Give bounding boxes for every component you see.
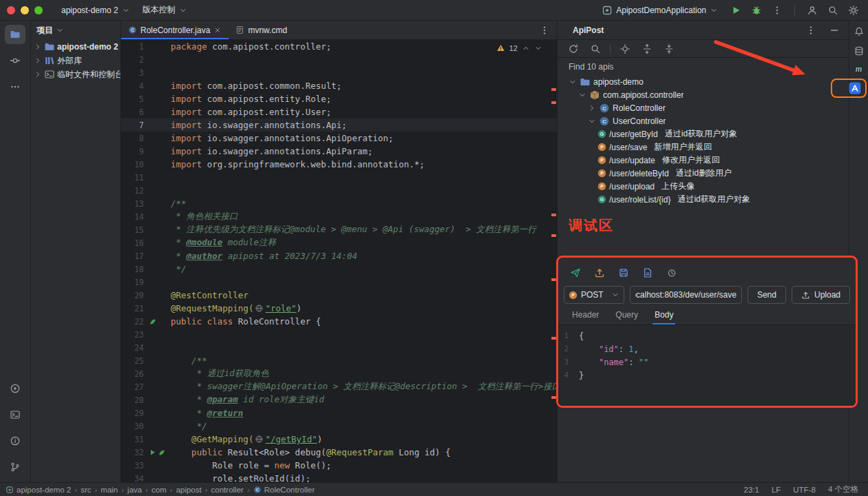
code-line[interactable]: 4import com.apipost.common.Result;: [121, 79, 557, 92]
collapse-all-button[interactable]: [661, 41, 677, 56]
send-button[interactable]: Send: [748, 286, 786, 304]
git-tool-button[interactable]: [5, 457, 25, 477]
api-tree-node[interactable]: CRoleController: [558, 101, 849, 114]
indent-widget[interactable]: 4 个空格: [828, 484, 858, 495]
body-line[interactable]: 1{: [558, 329, 856, 342]
send-quick-button[interactable]: [568, 265, 583, 280]
previous-warning-icon[interactable]: [522, 44, 530, 52]
refresh-apis-button[interactable]: [566, 41, 581, 56]
warning-stripe-mark[interactable]: [551, 396, 556, 399]
mapping-inlay-icon[interactable]: [255, 435, 264, 444]
code-line[interactable]: 14 * 角色相关接口: [121, 210, 557, 223]
warning-stripe-mark[interactable]: [551, 214, 556, 216]
url-input[interactable]: localhost:8083/dev/user/save: [630, 286, 742, 304]
breadcrumb-item[interactable]: CRoleController: [253, 486, 315, 494]
code-line[interactable]: 5import com.apipost.entity.Role;: [121, 92, 557, 105]
search-apis-button[interactable]: [588, 41, 603, 56]
panel-options-button[interactable]: [803, 23, 818, 38]
code-line[interactable]: 13/**: [121, 197, 557, 210]
project-tree-item[interactable]: 临时文件和控制台: [31, 68, 120, 81]
upload-button[interactable]: Upload: [792, 286, 850, 304]
database-tool-button[interactable]: [854, 45, 865, 56]
body-editor[interactable]: 1{2 "id": 1,3 "name": ""4}: [558, 324, 856, 406]
code-line[interactable]: 1package com.apipost.controller;: [121, 40, 557, 53]
save-request-button[interactable]: [616, 265, 631, 280]
history-button[interactable]: [664, 265, 679, 280]
warning-stripe-mark[interactable]: [551, 88, 556, 91]
code-line[interactable]: 10import org.springframework.web.bind.an…: [121, 158, 557, 171]
chevron-down-icon[interactable]: [588, 117, 596, 125]
breadcrumb-item[interactable]: com: [151, 486, 167, 494]
api-endpoint-item[interactable]: G/user/roleList/{id}通过id获取用户对象: [558, 193, 849, 206]
chevron-right-icon[interactable]: [588, 104, 596, 112]
code-line[interactable]: 28 * @param id role对象主键id: [121, 393, 557, 406]
code-line[interactable]: 23: [121, 328, 557, 341]
spring-bean-icon[interactable]: [149, 318, 157, 326]
window-zoom-button[interactable]: [34, 6, 43, 14]
locate-api-button[interactable]: [617, 41, 633, 56]
code-line[interactable]: 34 role.setRoleId(id);: [121, 472, 557, 482]
encoding-widget[interactable]: UTF-8: [793, 486, 816, 494]
chevron-right-icon[interactable]: [34, 43, 42, 51]
upload-quick-button[interactable]: [592, 265, 607, 280]
api-tree-node[interactable]: apipost-demo: [558, 75, 849, 88]
code-line[interactable]: 26 * 通过id获取角色: [121, 367, 557, 380]
api-endpoint-item[interactable]: P/user/save新增用户并返回: [558, 141, 849, 154]
inspections-widget[interactable]: 12: [493, 42, 546, 54]
breadcrumb-item[interactable]: src: [81, 486, 91, 494]
code-line[interactable]: 21@RequestMapping("role"): [121, 302, 557, 315]
body-line[interactable]: 4}: [558, 369, 856, 382]
code-line[interactable]: 9import io.swagger.annotations.ApiParam;: [121, 145, 557, 158]
code-line[interactable]: 11: [121, 171, 557, 184]
window-close-button[interactable]: [7, 6, 15, 14]
settings-button[interactable]: [846, 3, 861, 18]
next-warning-icon[interactable]: [534, 44, 542, 52]
code-line[interactable]: 19: [121, 276, 557, 289]
apipost-tool-button[interactable]: [847, 80, 863, 96]
run-config-selector[interactable]: ApipostDemoApplication: [597, 3, 723, 18]
code-line[interactable]: 7import io.swagger.annotations.Api;: [121, 118, 557, 132]
project-widget[interactable]: apipost-demo 2: [56, 3, 135, 17]
notifications-button[interactable]: [854, 26, 865, 37]
chevron-right-icon[interactable]: [34, 56, 42, 65]
tab-body[interactable]: Body: [646, 307, 681, 324]
code-line[interactable]: 2: [121, 53, 557, 66]
code-line[interactable]: 17 * @author apipost at 2023/7/3 14:04: [121, 249, 557, 262]
problems-tool-button[interactable]: [5, 431, 25, 451]
api-tree-node[interactable]: CUserController: [558, 114, 849, 127]
api-endpoint-item[interactable]: P/user/upload上传头像: [558, 180, 849, 193]
code-line[interactable]: 3: [121, 66, 557, 79]
editor-tab[interactable]: mvnw.cmd: [229, 21, 294, 39]
search-everywhere-button[interactable]: [825, 3, 840, 18]
breadcrumb-item[interactable]: apipost: [176, 486, 202, 494]
code-line[interactable]: 8import io.swagger.annotations.ApiOperat…: [121, 132, 557, 145]
code-line[interactable]: 30 */: [121, 420, 557, 433]
project-tree-item[interactable]: apipost-demo 2 [ap: [31, 40, 120, 54]
code-line[interactable]: 24: [121, 341, 557, 354]
code-line[interactable]: 22public class RoleController {: [121, 315, 557, 328]
more-tool-windows-button[interactable]: [5, 77, 25, 96]
code-line[interactable]: 29 * @return: [121, 406, 557, 420]
breadcrumb-item[interactable]: main: [100, 486, 118, 494]
warning-stripe-mark[interactable]: [551, 337, 556, 340]
code-line[interactable]: 16 * @module module注释: [121, 236, 557, 249]
warning-stripe-mark[interactable]: [551, 278, 556, 281]
commit-tool-button[interactable]: [5, 51, 25, 70]
project-panel-header[interactable]: 项目: [31, 21, 120, 40]
code-line[interactable]: 20@RestController: [121, 289, 557, 302]
expand-all-button[interactable]: [639, 41, 655, 56]
run-gutter-icon[interactable]: [149, 448, 157, 457]
chevron-down-icon[interactable]: [569, 78, 577, 86]
maven-tool-button[interactable]: m: [856, 63, 862, 74]
more-actions-button[interactable]: [770, 3, 785, 18]
breadcrumb-item[interactable]: java: [127, 486, 142, 494]
method-select[interactable]: P POST: [564, 286, 624, 304]
api-endpoint-item[interactable]: P/user/update修改用户并返回: [558, 154, 849, 167]
run-tool-button[interactable]: [5, 379, 25, 398]
close-icon[interactable]: [213, 26, 222, 34]
code-line[interactable]: 18 */: [121, 262, 557, 276]
tab-list-options[interactable]: [539, 21, 557, 39]
api-endpoint-item[interactable]: G/user/getById通过id获取用户对象: [558, 127, 849, 141]
code-line[interactable]: 6import com.apipost.entity.User;: [121, 105, 557, 118]
editor-tab[interactable]: CRoleController.java: [121, 21, 229, 39]
